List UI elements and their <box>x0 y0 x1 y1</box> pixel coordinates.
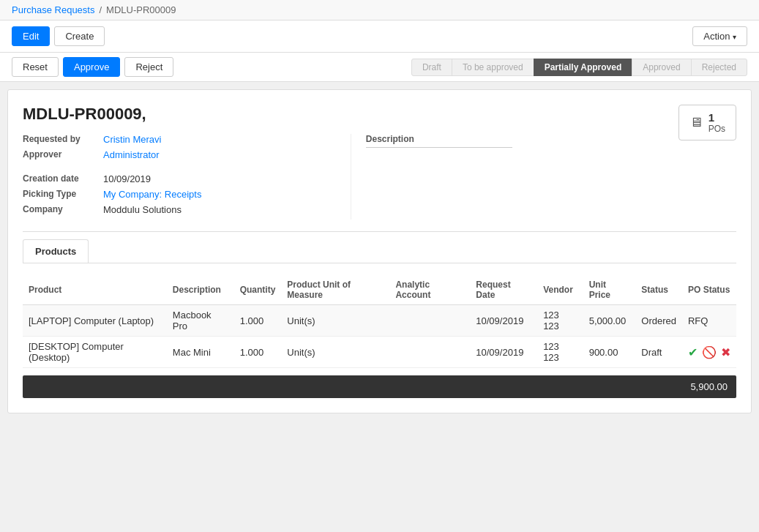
status-step-draft: Draft <box>411 59 452 76</box>
tab-products[interactable]: Products <box>23 239 89 263</box>
total-value: 5,900.00 <box>690 381 728 392</box>
status-step-to-be-approved: To be approved <box>452 59 534 76</box>
col-status: Status <box>635 275 682 305</box>
company-label: Company <box>23 204 103 214</box>
breadcrumb-parent[interactable]: Purchase Requests <box>12 4 94 15</box>
col-vendor: Vendor <box>537 275 583 305</box>
pos-count: 1 <box>708 111 725 124</box>
description-label: Description <box>366 134 678 144</box>
reset-button[interactable]: Reset <box>12 57 59 77</box>
block-row-icon[interactable]: 🚫 <box>702 345 717 359</box>
picking-type-label: Picking Type <box>23 189 103 199</box>
document-title: MDLU-PR00009, <box>23 105 736 124</box>
table-header: Product Description Quantity Product Uni… <box>23 275 736 305</box>
approver-value: Administrator <box>103 149 160 160</box>
action-button[interactable]: Action ▾ <box>692 26 747 46</box>
table-row: [DESKTOP] Computer (Desktop)Mac Mini1.00… <box>23 337 736 368</box>
approve-row-icon[interactable]: ✔ <box>688 345 698 359</box>
col-po-status: PO Status <box>682 275 736 305</box>
status-step-rejected: Rejected <box>691 59 747 76</box>
requested-by-row: Requested by Cristin Meravi <box>23 134 351 145</box>
form-grid: Requested by Cristin Meravi Approver Adm… <box>23 134 678 220</box>
col-analytic-account: Analytic Account <box>389 275 470 305</box>
col-unit-price: Unit Price <box>583 275 636 305</box>
table-row: [LAPTOP] Computer (Laptop)Macbook Pro1.0… <box>23 305 736 337</box>
main-content: 🖥 1 POs MDLU-PR00009, Requested by Crist… <box>7 89 752 413</box>
toolbar: Edit Create Action ▾ <box>0 20 759 53</box>
reject-button[interactable]: Reject <box>124 57 173 77</box>
creation-date-row: Creation date 10/09/2019 <box>23 173 351 184</box>
total-bar: 5,900.00 <box>23 375 736 398</box>
delete-row-icon[interactable]: ✖ <box>721 345 730 359</box>
edit-button[interactable]: Edit <box>12 26 50 46</box>
status-step-approved: Approved <box>632 59 691 76</box>
approve-button[interactable]: Approve <box>63 57 120 77</box>
pos-badge[interactable]: 🖥 1 POs <box>678 105 736 141</box>
col-request-date: Request Date <box>470 275 537 305</box>
col-description: Description <box>167 275 234 305</box>
products-tbody: [LAPTOP] Computer (Laptop)Macbook Pro1.0… <box>23 305 736 368</box>
requested-by-value: Cristin Meravi <box>103 134 161 145</box>
company-row: Company Moddulu Solutions <box>23 204 351 215</box>
requested-by-label: Requested by <box>23 134 103 144</box>
creation-date-value: 10/09/2019 <box>103 173 151 184</box>
status-steps: DraftTo be approvedPartially ApprovedApp… <box>412 59 747 76</box>
pos-icon: 🖥 <box>689 115 703 130</box>
tab-bar: Products <box>23 239 736 263</box>
approver-label: Approver <box>23 149 103 160</box>
create-button[interactable]: Create <box>54 26 105 46</box>
company-value: Moddulu Solutions <box>103 204 182 215</box>
col-uom: Product Unit of Measure <box>281 275 389 305</box>
form-left: Requested by Cristin Meravi Approver Adm… <box>23 134 351 220</box>
dropdown-arrow-icon: ▾ <box>733 33 736 41</box>
creation-date-label: Creation date <box>23 173 103 184</box>
picking-type-row: Picking Type My Company: Receipts <box>23 189 351 200</box>
form-right: Description <box>351 134 678 220</box>
col-quantity: Quantity <box>234 275 282 305</box>
col-product: Product <box>23 275 167 305</box>
products-table: Product Description Quantity Product Uni… <box>23 275 736 368</box>
breadcrumb-separator: / <box>99 4 102 15</box>
action-dropdown[interactable]: Action ▾ <box>692 26 747 46</box>
status-bar: Reset Approve Reject DraftTo be approved… <box>0 53 759 82</box>
breadcrumb: Purchase Requests / MDLU-PR00009 <box>0 0 759 20</box>
status-step-partially-approved: Partially Approved <box>534 59 633 76</box>
picking-type-value: My Company: Receipts <box>103 189 201 200</box>
approver-row: Approver Administrator <box>23 149 351 160</box>
breadcrumb-current: MDLU-PR00009 <box>106 4 176 15</box>
pos-label: POs <box>708 124 725 134</box>
